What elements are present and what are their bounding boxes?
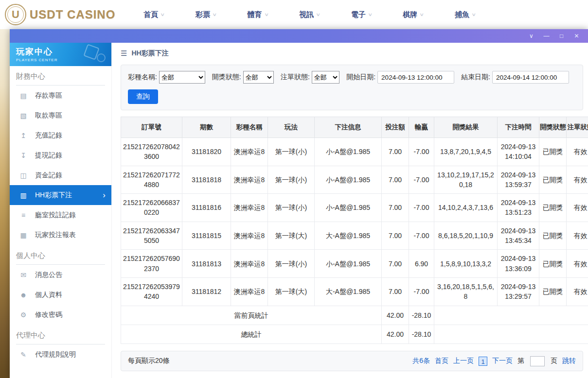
cell-win-loss: -7.00	[409, 222, 434, 250]
nav-item-6[interactable]: 棋牌∨	[403, 10, 424, 19]
cell-order-status: 有效	[567, 138, 588, 166]
window-maximize-icon[interactable]: □	[554, 29, 569, 43]
cell-play-type: 第一球(大)	[268, 222, 315, 250]
sidebar-item-deposit[interactable]: ▤存款專區	[10, 86, 111, 105]
menu-icon[interactable]: ☰	[121, 49, 127, 58]
nav-item-3[interactable]: 體育∨	[248, 10, 268, 19]
cell-bet-info: 大-A盤@1.985	[315, 222, 382, 250]
prev-page-link[interactable]: 上一页	[453, 357, 474, 365]
sidebar-item-user[interactable]: ☻個人資料	[10, 285, 111, 305]
summary-label: 總統計	[121, 325, 382, 344]
cell-draw-status: 已開獎	[539, 222, 567, 250]
cell-win-loss: 6.90	[409, 250, 434, 278]
chevron-down-icon: ∨	[471, 12, 476, 17]
sidebar-item-lottery-bet[interactable]: ▥HH彩票下注›	[10, 185, 111, 205]
cell-draw-result: 3,16,20,18,5,1,5,6,8	[434, 277, 498, 306]
nav-item-7[interactable]: 捕魚∨	[455, 10, 476, 19]
cell-bet-info: 小-A盤@1.985	[315, 138, 382, 166]
cell-lottery-name: 澳洲幸运8	[231, 194, 268, 222]
end-date-label: 結束日期:	[461, 73, 490, 82]
nav-item-4[interactable]: 視訊∨	[299, 10, 320, 19]
draw-status-select[interactable]: 全部	[243, 71, 274, 84]
draw-status-label: 開獎狀態:	[212, 73, 241, 82]
order-status-select[interactable]: 全部	[312, 71, 339, 84]
cell-period: 31181816	[182, 194, 231, 222]
current-page[interactable]: 1	[479, 357, 487, 366]
sidebar-item-label: 代理規則說明	[35, 350, 106, 359]
sidebar-item-label: 存款專區	[35, 91, 106, 100]
sidebar-item-label: HH彩票下注	[35, 191, 103, 200]
sidebar-item-withdraw-record[interactable]: ↧提現記錄	[10, 145, 111, 165]
jump-page-input[interactable]	[530, 356, 545, 366]
first-page-link[interactable]: 首页	[435, 357, 448, 365]
next-page-link[interactable]: 下一页	[492, 357, 513, 365]
col-header-draw-result: 開獎結果	[434, 117, 498, 138]
nav-item-label: 棋牌	[403, 10, 417, 19]
sidebar-item-label: 資金記錄	[35, 171, 106, 180]
sidebar-item-hall-bet-record[interactable]: ≡廳室投註記錄	[10, 205, 111, 225]
recharge-record-icon: ↥	[19, 132, 28, 139]
player-center-header: 玩家中心 PLAYERS CENTER	[10, 43, 111, 66]
table-row: 215217262053979424031181812澳洲幸运8第一球(大)大-…	[121, 277, 588, 306]
top-nav: U USDT CASINO 首頁∨彩票∨體育∨視訊∨電子∨棋牌∨捕魚∨	[0, 0, 588, 29]
lottery-name-select[interactable]: 全部	[159, 71, 205, 84]
chevron-down-icon: ∨	[212, 12, 217, 17]
table-header-row: 訂單號期數彩種名稱玩法下注信息投注額輸贏開獎結果下注時間開獎狀態注單狀態	[121, 117, 588, 138]
sidebar-section-title: 個人中心	[16, 251, 105, 265]
search-button[interactable]: 查詢	[128, 89, 158, 104]
sidebar-item-player-report[interactable]: ▦玩家投注報表	[10, 225, 111, 245]
jump-button[interactable]: 跳转	[562, 357, 576, 365]
filter-panel: 彩種名稱:全部開獎狀態:全部注單狀態:全部開始日期:結束日期: 查詢	[121, 65, 583, 110]
sidebar-item-withdraw[interactable]: ▧取款專區	[10, 105, 111, 125]
sidebar-item-document[interactable]: ✎代理規則說明	[10, 344, 111, 364]
nav-item-1[interactable]: 首頁∨	[143, 10, 164, 19]
cell-order-id: 2152172620780423600	[121, 138, 182, 166]
deposit-icon: ▤	[19, 92, 28, 100]
start-date-input[interactable]	[377, 71, 454, 84]
sidebar-item-funds-record[interactable]: ◫資金記錄	[10, 165, 111, 185]
hall-bet-record-icon: ≡	[19, 211, 28, 219]
table-row: 215217262057690237031181813澳洲幸运8第一球(小)小-…	[121, 250, 588, 278]
window-minimize-icon[interactable]: —	[539, 29, 554, 43]
summary-bet-amount: 42.00	[382, 325, 409, 344]
sidebar-item-gear[interactable]: ⚙修改密碼	[10, 305, 111, 325]
col-header-bet-time: 下注時間	[498, 117, 539, 138]
table-row: 215217262071772488031181818澳洲幸运8第一球(小)小-…	[121, 166, 588, 194]
cell-draw-result: 13,8,7,20,1,9,4,5	[434, 138, 498, 166]
sidebar-item-label: 充值記錄	[35, 131, 106, 140]
cell-period: 31181815	[182, 222, 231, 250]
cell-bet-info: 小-A盤@1.985	[315, 194, 382, 222]
cell-bet-time: 2024-09-13 13:36:09	[498, 250, 539, 278]
cell-lottery-name: 澳洲幸运8	[231, 222, 268, 250]
lottery-bet-icon: ▥	[19, 191, 28, 199]
cell-bet-time: 2024-09-13 13:51:23	[498, 194, 539, 222]
sidebar-item-recharge-record[interactable]: ↥充值記錄	[10, 125, 111, 145]
cell-draw-status: 已開獎	[539, 138, 567, 166]
main-nav: 首頁∨彩票∨體育∨視訊∨電子∨棋牌∨捕魚∨	[143, 10, 475, 19]
sidebar-item-bell[interactable]: ✉消息公告	[10, 265, 111, 285]
cell-lottery-name: 澳洲幸运8	[231, 277, 268, 306]
cell-bet-amount: 7.00	[382, 166, 409, 194]
cell-draw-result: 13,10,2,19,17,15,20,18	[434, 166, 498, 194]
chevron-down-icon: ∨	[316, 12, 321, 17]
cell-bet-amount: 7.00	[382, 194, 409, 222]
cell-order-id: 2152172620633475050	[121, 222, 182, 250]
window-close-icon[interactable]: ✕	[569, 29, 584, 43]
cell-bet-time: 2024-09-13 13:45:34	[498, 222, 539, 250]
withdraw-record-icon: ↧	[19, 152, 28, 159]
cell-win-loss: -7.00	[409, 138, 434, 166]
sidebar-section-title: 財務中心	[16, 72, 105, 86]
filter-row: 彩種名稱:全部開獎狀態:全部注單狀態:全部開始日期:結束日期:	[128, 71, 576, 84]
cell-period: 31181818	[182, 166, 231, 194]
nav-item-5[interactable]: 電子∨	[351, 10, 372, 19]
funds-record-icon: ◫	[19, 172, 28, 179]
cell-draw-result: 14,10,2,4,3,7,13,6	[434, 194, 498, 222]
end-date-input[interactable]	[492, 71, 569, 84]
nav-item-2[interactable]: 彩票∨	[196, 10, 216, 19]
col-header-play-type: 玩法	[268, 117, 315, 138]
window-chevron-icon[interactable]: ∨	[524, 29, 539, 43]
summary-win-loss: -28.10	[409, 325, 434, 344]
summary-row: 當前頁統計42.00-28.10	[121, 306, 588, 325]
chevron-right-icon: ›	[103, 191, 106, 199]
logo[interactable]: U USDT CASINO	[5, 4, 115, 25]
